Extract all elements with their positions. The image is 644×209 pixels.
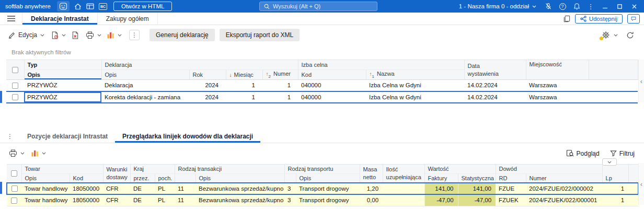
cell-poch[interactable]: PL: [155, 194, 175, 206]
open-in-html-button[interactable]: Otwórz w HTML: [113, 2, 172, 11]
cell-warunki[interactable]: CFR: [103, 194, 130, 206]
cell-rd[interactable]: FZUEK: [496, 194, 526, 206]
cell-rd[interactable]: FZUE: [496, 183, 526, 194]
minimize-button[interactable]: [599, 1, 612, 11]
cell-miesiac[interactable]: 1: [226, 91, 262, 103]
cell-kod[interactable]: 040000: [298, 91, 366, 103]
cell-typ[interactable]: PRZYWÓZ: [24, 80, 101, 91]
global-search-input[interactable]: Wyszukuj (Alt + Q): [259, 2, 377, 11]
detail-print-dropdown-chevron-icon[interactable]: [20, 152, 25, 155]
column-header-faktury[interactable]: Faktury: [424, 173, 458, 183]
column-header-miesiac[interactable]: ↓ Miesiąc: [226, 70, 262, 80]
column-header-opis-typ[interactable]: Opis: [24, 70, 101, 80]
detail-chart-dropdown-chevron-icon[interactable]: [42, 152, 46, 155]
cell-lp[interactable]: 1: [602, 194, 628, 206]
cell-rok[interactable]: 2024: [189, 91, 226, 103]
detail-chart-button[interactable]: [30, 148, 40, 158]
collapse-detail-chevron-icon[interactable]: [602, 158, 617, 166]
new-document-dropdown-chevron-icon[interactable]: [62, 34, 66, 37]
cell-przez[interactable]: DE: [130, 194, 155, 206]
cell-kod-transportu[interactable]: 3: [284, 194, 296, 206]
column-header-opis-towaru[interactable]: Opis: [21, 173, 70, 183]
company-selector[interactable]: 1 - Nasza firma 0 - oddział: [459, 3, 536, 9]
cell-nazwa[interactable]: Izba Celna w Gdyni: [366, 80, 464, 91]
cell-kod-towaru[interactable]: 18050000: [70, 183, 103, 194]
pages-copy-icon[interactable]: [563, 15, 570, 22]
cell-rok[interactable]: 2024: [189, 80, 226, 91]
share-button[interactable]: Udostępnij: [575, 14, 623, 24]
cell-miejscowosc[interactable]: Warszawa: [526, 80, 589, 91]
cell-numer[interactable]: 1: [262, 91, 298, 103]
column-header-lp[interactable]: Lp: [602, 164, 628, 183]
cell-wartosc-statystyczna[interactable]: -47,00: [458, 194, 496, 206]
cell-opis[interactable]: Korekta deklaracji - zamiana: [101, 91, 189, 103]
column-header-miejscowosc[interactable]: Miejscowość: [526, 60, 589, 80]
detail-kebab-icon[interactable]: ⋮: [0, 131, 20, 143]
column-header-numer-dowodu[interactable]: Numer: [526, 173, 602, 183]
collapse-panel-left-icon[interactable]: ‹: [638, 60, 644, 102]
settings-dropdown-chevron-icon[interactable]: [614, 34, 618, 37]
generate-declaration-button[interactable]: Generuj deklarację: [150, 29, 215, 41]
cell-kod-transakcji[interactable]: 11: [175, 183, 196, 194]
edit-dropdown-chevron-icon[interactable]: [40, 34, 44, 37]
cell-wartosc-faktury[interactable]: -47,00: [424, 194, 458, 206]
cell-data-wystawienia[interactable]: 14.02.2024: [464, 91, 526, 103]
column-header-opis-transportu[interactable]: Opis: [296, 173, 360, 183]
column-header-kod-transportu[interactable]: [284, 173, 296, 183]
chart-button[interactable]: [106, 30, 116, 40]
column-header-warunki-dostawy[interactable]: Warunki dostawy: [103, 164, 130, 183]
notifications-bell-icon[interactable]: [570, 1, 583, 11]
tab-przegladarka-linijek[interactable]: Przeglądarka linijek dowodów dla deklara…: [115, 131, 260, 143]
cell-kod-transportu[interactable]: 3: [284, 183, 296, 194]
cell-data-wystawienia[interactable]: 14.02.2024: [464, 80, 526, 91]
column-header-masa-netto[interactable]: Masa netto: [360, 164, 383, 183]
column-header-opis-transakcji[interactable]: Opis: [196, 173, 284, 183]
cell-warunki[interactable]: CFR: [103, 183, 130, 194]
cell-masa-netto[interactable]: 0,00: [360, 194, 383, 206]
tab-pozycje-deklaracji[interactable]: Pozycje deklaracji Intrastat: [20, 131, 115, 143]
cell-wartosc-statystyczna[interactable]: 141,00: [458, 183, 496, 194]
collapse-panel-left-icon[interactable]: ‹: [638, 163, 644, 205]
maximize-button[interactable]: [613, 1, 626, 11]
tab-zakupy-ogolem[interactable]: Zakupy ogółem: [98, 13, 158, 25]
cell-opis-towaru[interactable]: Towar handlowy: [21, 183, 70, 194]
select-all-checkbox[interactable]: [11, 170, 17, 177]
app-window-icon[interactable]: [84, 1, 97, 11]
export-xml-button[interactable]: Eksportuj raport do XML: [220, 29, 300, 41]
kebab-menu-icon[interactable]: ⋮: [584, 1, 597, 11]
cell-kod-towaru[interactable]: 18050000: [70, 194, 103, 206]
cell-lp[interactable]: 1: [602, 183, 628, 194]
column-header-nazwa[interactable]: ↑1 Nazwa: [366, 70, 464, 80]
settings-button[interactable]: [600, 29, 612, 41]
cell-typ-active[interactable]: PRZYWÓZ: [24, 91, 101, 103]
print-dropdown-chevron-icon[interactable]: [97, 34, 101, 37]
row-checkbox[interactable]: [12, 83, 18, 89]
cell-wartosc-faktury[interactable]: 141,00: [424, 183, 458, 194]
column-header-przez[interactable]: przez.: [130, 173, 155, 183]
column-header-poch[interactable]: poch.: [155, 173, 175, 183]
cell-nazwa[interactable]: Izba Celna w Gdyni: [366, 91, 464, 103]
cell-miejscowosc[interactable]: Warszawa: [526, 91, 589, 103]
column-header-opis-deklaracji[interactable]: Opis: [101, 70, 189, 80]
filter-button[interactable]: Filtruj: [610, 150, 635, 157]
column-header-numer[interactable]: ↑2 Numer: [262, 70, 298, 80]
column-header-kod-transakcji[interactable]: [175, 173, 196, 183]
bc-window-icon[interactable]: BC: [97, 1, 109, 11]
edit-button[interactable]: Edycja: [6, 30, 39, 41]
cell-ilosc[interactable]: [383, 194, 424, 206]
cell-przez[interactable]: DE: [130, 183, 155, 194]
chart-dropdown-chevron-icon[interactable]: [118, 34, 122, 37]
refresh-button[interactable]: [625, 30, 636, 41]
cell-opis[interactable]: Deklaracja: [101, 80, 189, 91]
cell-opis-transakcji[interactable]: Bezwarunkowa sprzedaż/kupno: [196, 194, 284, 206]
print-button[interactable]: [84, 30, 96, 41]
new-document-button[interactable]: [50, 30, 60, 41]
detail-print-button[interactable]: [7, 148, 19, 159]
cell-numer[interactable]: 1: [262, 80, 298, 91]
cell-opis-transakcji[interactable]: Bezwarunkowa sprzedaż/kupno: [196, 183, 284, 194]
hamburger-menu-icon[interactable]: [0, 13, 22, 25]
cell-numer-dowodu[interactable]: 2024/FZUEK/022/000001: [526, 194, 602, 206]
delete-document-button[interactable]: [70, 30, 80, 41]
column-header-rd[interactable]: RD: [496, 173, 526, 183]
row-checkbox[interactable]: [11, 198, 17, 204]
